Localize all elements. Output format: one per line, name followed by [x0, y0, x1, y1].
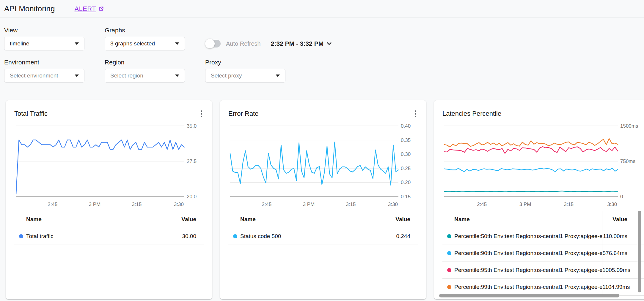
- y-axis-tick-label: 0.40: [401, 123, 411, 129]
- y-axis-tick-label: 0.35: [401, 137, 411, 143]
- card-menu-button[interactable]: [413, 109, 418, 119]
- table-header-row: NameValue: [14, 211, 204, 228]
- series-line: [444, 147, 618, 153]
- page-title: API Monitoring: [4, 4, 55, 13]
- total-traffic-card: Total Traffic 20.027.535.02:453 PM3:153:…: [6, 100, 212, 299]
- legend-row[interactable]: Percentile:95th Env:test Region:us-centr…: [442, 262, 644, 279]
- card-menu-button[interactable]: [199, 109, 204, 119]
- card-header: Latencies Percentile: [442, 100, 644, 119]
- auto-refresh-toggle[interactable]: [206, 40, 221, 47]
- graphs-select[interactable]: 3 graphs selected: [105, 37, 185, 50]
- y-axis-tick-label: 27.5: [187, 159, 197, 164]
- card-title: Total Traffic: [14, 110, 48, 118]
- series-color-dot: [447, 268, 451, 272]
- region-select[interactable]: Select region: [105, 69, 185, 83]
- total-traffic-chart[interactable]: 20.027.535.02:453 PM3:153:30: [14, 122, 204, 208]
- series-name: Status code 500: [240, 233, 396, 240]
- series-name: Percentile:95th Env:test Region:us-centr…: [454, 267, 602, 273]
- vertical-scrollbar[interactable]: [638, 211, 641, 292]
- region-label: Region: [105, 59, 185, 66]
- series-line: [16, 140, 184, 194]
- series-color-dot: [19, 234, 23, 238]
- view-filter-group: View timeline: [4, 27, 84, 50]
- series-name: Percentile:99th Env:test Region:us-centr…: [454, 284, 602, 290]
- legend-row[interactable]: Total traffic30.00: [14, 228, 204, 245]
- api-monitoring-page: API Monitoring ALERT View timeline Graph…: [0, 0, 644, 299]
- y-axis-tick-label: 20.0: [187, 194, 197, 199]
- latencies-legend-table: NameValuePercentile:50th Env:test Region…: [442, 211, 644, 296]
- column-header-name: Name: [240, 216, 395, 223]
- auto-refresh-cluster: Auto Refresh 2:32 PM - 3:32 PM: [206, 37, 332, 50]
- x-axis-tick-label: 3:15: [346, 202, 356, 207]
- view-select[interactable]: timeline: [4, 37, 84, 50]
- proxy-select[interactable]: Select proxy: [205, 69, 285, 83]
- proxy-label: Proxy: [205, 59, 285, 66]
- x-axis-tick-label: 2:45: [477, 202, 487, 207]
- column-header-value: Value: [395, 216, 418, 223]
- card-title: Error Rate: [228, 110, 258, 118]
- series-color-dot: [447, 251, 451, 255]
- x-axis-tick-label: 3:15: [132, 202, 142, 207]
- y-axis-tick-label: 750ms: [620, 159, 635, 164]
- top-bar: API Monitoring ALERT: [0, 0, 644, 18]
- graphs-filter-group: Graphs 3 graphs selected: [105, 27, 185, 50]
- column-header-value: Value: [181, 216, 204, 223]
- dropdown-caret-icon: [175, 42, 179, 45]
- chevron-down-icon: [326, 42, 332, 45]
- auto-refresh-label: Auto Refresh: [226, 40, 261, 47]
- y-axis-tick-label: 0.25: [401, 166, 411, 171]
- series-name: Total traffic: [26, 233, 182, 240]
- total-traffic-legend-table: NameValueTotal traffic30.00: [14, 211, 204, 245]
- proxy-select-placeholder: Select proxy: [211, 72, 242, 79]
- legend-row[interactable]: Percentile:50th Env:test Region:us-centr…: [442, 228, 644, 245]
- toggle-knob: [205, 39, 215, 48]
- series-name: Percentile:50th Env:test Region:us-centr…: [454, 233, 602, 240]
- x-axis-tick-label: 2:45: [48, 202, 57, 207]
- table-header-row: NameValue: [228, 211, 418, 228]
- region-filter-group: Region Select region: [105, 59, 185, 83]
- environment-select[interactable]: Select environment: [4, 69, 84, 83]
- x-axis-tick-label: 2:45: [262, 202, 271, 207]
- y-axis-tick-label: 35.0: [187, 123, 197, 129]
- view-select-value: timeline: [10, 40, 29, 47]
- column-header-name: Name: [454, 216, 602, 223]
- environment-label: Environment: [4, 59, 84, 66]
- alert-link[interactable]: ALERT: [75, 5, 104, 13]
- x-axis-tick-label: 3 PM: [519, 202, 531, 207]
- series-color-dot: [233, 234, 237, 238]
- latencies-percentile-chart[interactable]: 0750ms1500ms2:453 PM3:153:30: [442, 122, 644, 208]
- series-line: [444, 168, 618, 172]
- x-axis-tick-label: 3 PM: [303, 202, 315, 207]
- y-axis-tick-label: 0.20: [401, 180, 411, 185]
- x-axis-tick-label: 3:30: [607, 202, 617, 207]
- y-axis-tick-label: 1500ms: [620, 123, 638, 129]
- error-rate-legend-table: NameValueStatus code 5000.244: [228, 211, 418, 245]
- dropdown-caret-icon: [175, 75, 179, 77]
- series-name: Percentile:90th Env:test Region:us-centr…: [454, 250, 602, 256]
- time-range-selector[interactable]: 2:32 PM - 3:32 PM: [271, 40, 332, 47]
- dropdown-caret-icon: [75, 42, 79, 45]
- legend-row[interactable]: Percentile:90th Env:test Region:us-centr…: [442, 245, 644, 262]
- series-line: [444, 191, 618, 192]
- latencies-percentile-card: Latencies Percentile 0750ms1500ms2:453 P…: [434, 100, 644, 299]
- legend-row[interactable]: Status code 5000.244: [228, 228, 418, 245]
- series-color-dot: [447, 234, 451, 238]
- y-axis-tick-label: 0.15: [401, 194, 411, 199]
- region-select-placeholder: Select region: [110, 72, 143, 79]
- dropdown-caret-icon: [276, 75, 280, 77]
- time-range-value: 2:32 PM - 3:32 PM: [271, 40, 323, 47]
- x-axis-tick-label: 3:30: [174, 202, 184, 207]
- horizontal-scrollbar[interactable]: [439, 294, 619, 297]
- filters-bar: View timeline Graphs 3 graphs selected A…: [0, 18, 644, 83]
- y-axis-tick-label: 0.30: [401, 151, 411, 157]
- filters-row-2: Environment Select environment Region Se…: [4, 59, 644, 83]
- legend-row[interactable]: Percentile:99th Env:test Region:us-centr…: [442, 279, 644, 296]
- series-value: 0.244: [396, 233, 418, 240]
- alert-link-label: ALERT: [75, 5, 96, 13]
- table-header-row: NameValue: [442, 211, 644, 228]
- charts-row: Total Traffic 20.027.535.02:453 PM3:153:…: [0, 100, 644, 299]
- filters-row-1: View timeline Graphs 3 graphs selected A…: [4, 27, 644, 50]
- column-header-name: Name: [26, 216, 181, 223]
- y-axis-tick-label: 0: [620, 194, 623, 199]
- error-rate-chart[interactable]: 0.150.200.250.300.350.402:453 PM3:153:30: [228, 122, 418, 208]
